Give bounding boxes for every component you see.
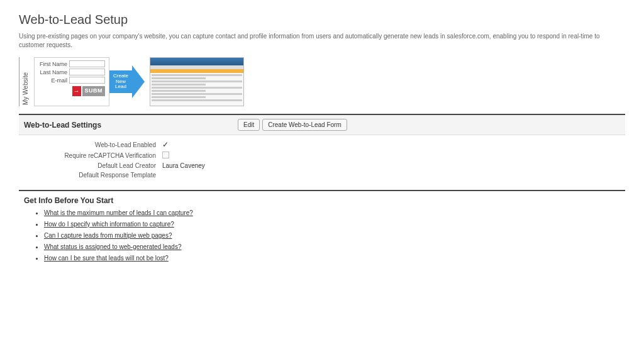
mini-form-row: E-mail [38, 77, 105, 84]
mini-form-input-email [69, 77, 105, 84]
mini-form-label-email: E-mail [38, 77, 67, 84]
info-link-item: What status is assigned to web-generated… [44, 243, 625, 250]
setting-label: Require reCAPTCHA Verification [24, 152, 162, 159]
info-list: What is the maximum number of leads I ca… [19, 209, 625, 262]
check-icon: ✓ [162, 140, 169, 149]
setting-label: Default Lead Creator [24, 162, 162, 169]
crm-screenshot [150, 57, 244, 106]
setting-label: Web-to-Lead Enabled [24, 141, 162, 148]
crm-topbar [150, 58, 243, 65]
mini-submit-row: → SUBM [38, 86, 105, 96]
mini-form-label-firstname: First Name [38, 61, 67, 67]
setting-row-creator: Default Lead Creator Laura Caveney [24, 162, 620, 169]
info-title: Get Info Before You Start [19, 191, 625, 209]
arrow-icon: Create New Lead [109, 57, 146, 106]
info-link-item: How can I be sure that leads will not be… [44, 254, 625, 262]
info-link-item: Can I capture leads from multiple web pa… [44, 231, 625, 239]
info-link-item: What is the maximum number of leads I ca… [44, 209, 625, 216]
info-link-item: How do I specify which information to ca… [44, 220, 625, 228]
setting-label: Default Response Template [24, 172, 162, 179]
info-link[interactable]: How can I be sure that leads will not be… [44, 255, 169, 262]
mini-submit-button: SUBM [82, 86, 106, 96]
info-link[interactable]: Can I capture leads from multiple web pa… [44, 232, 172, 239]
info-link[interactable]: How do I specify which information to ca… [44, 221, 174, 228]
mini-form-input-firstname [69, 60, 105, 67]
mini-arrow-icon: → [72, 86, 81, 96]
mini-form-input-lastname [69, 69, 105, 75]
setting-row-enabled: Web-to-Lead Enabled ✓ [24, 140, 620, 149]
arrow-label: Create New Lead [109, 70, 132, 93]
crm-body [150, 73, 243, 106]
settings-title: Web-to-Lead Settings [24, 121, 238, 130]
settings-body: Web-to-Lead Enabled ✓ Require reCAPTCHA … [19, 135, 625, 189]
page-description: Using pre-existing pages on your company… [19, 32, 625, 50]
mini-form-row: First Name [38, 60, 105, 67]
info-link[interactable]: What status is assigned to web-generated… [44, 243, 181, 250]
settings-header: Web-to-Lead Settings Edit Create Web-to-… [19, 115, 625, 135]
illustration-sidelabel: My Website [19, 57, 31, 106]
arrow-head-icon [132, 65, 145, 98]
illustration-block: My Website First Name Last Name E-mail →… [19, 57, 625, 106]
illustration-mini-form: First Name Last Name E-mail → SUBM [34, 57, 109, 106]
mini-form-label-lastname: Last Name [38, 69, 67, 75]
setting-row-template: Default Response Template [24, 172, 620, 179]
setting-value-enabled: ✓ [162, 140, 169, 149]
settings-buttons: Edit Create Web-to-Lead Form [238, 119, 347, 131]
create-form-button[interactable]: Create Web-to-Lead Form [262, 119, 347, 131]
page-title: Web-to-Lead Setup [19, 13, 625, 27]
setting-value-recaptcha [162, 152, 169, 160]
mini-form-row: Last Name [38, 69, 105, 75]
info-link[interactable]: What is the maximum number of leads I ca… [44, 209, 193, 216]
setting-value-creator: Laura Caveney [162, 162, 205, 169]
edit-button[interactable]: Edit [238, 119, 260, 131]
checkbox-empty-icon [162, 152, 169, 158]
setting-row-recaptcha: Require reCAPTCHA Verification [24, 152, 620, 160]
